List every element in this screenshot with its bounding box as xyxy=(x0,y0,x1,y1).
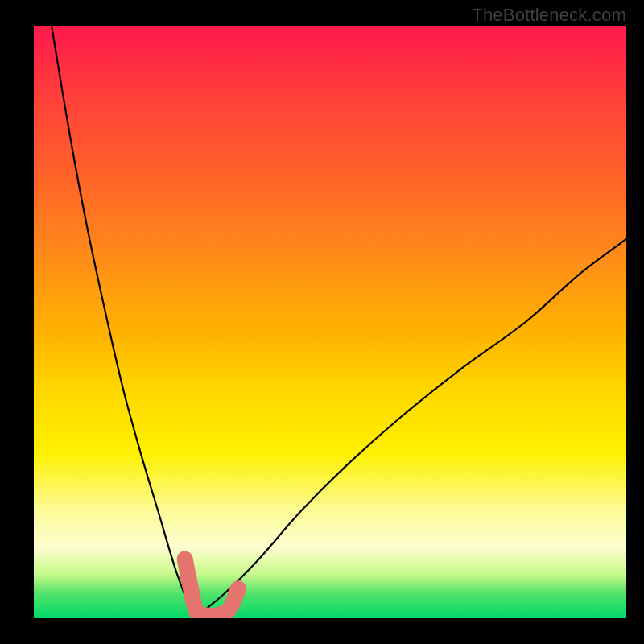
left-curve xyxy=(52,26,194,618)
curve-svg xyxy=(34,26,626,618)
watermark-text: TheBottleneck.com xyxy=(472,5,626,26)
chart-container: TheBottleneck.com xyxy=(0,0,644,644)
right-curve xyxy=(194,239,626,618)
highlight-marker xyxy=(185,559,238,616)
plot-area xyxy=(34,26,626,618)
